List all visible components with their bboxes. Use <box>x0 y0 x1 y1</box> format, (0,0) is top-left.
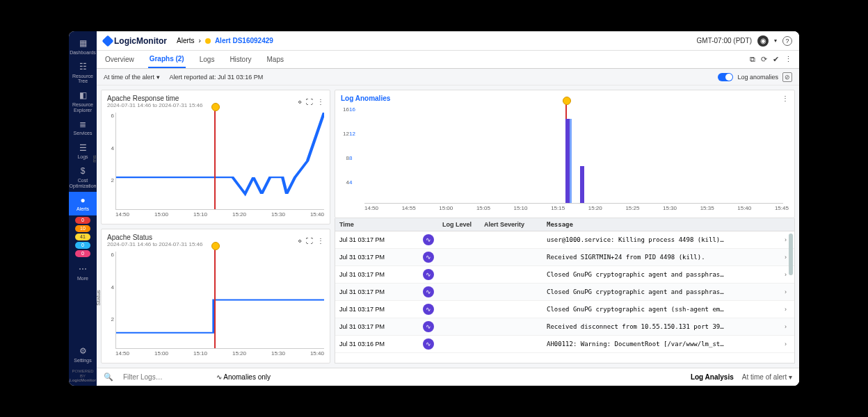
product-logo[interactable]: LogicMonitor <box>104 36 167 46</box>
table-header: Time Log Level Alert Severity Message <box>335 218 794 231</box>
tab-history[interactable]: History <box>228 51 252 67</box>
panel-title: Log Anomalies <box>341 95 390 102</box>
alert-pill-other[interactable]: 0 <box>75 250 90 257</box>
kebab-icon[interactable]: ⋮ <box>317 98 324 106</box>
sidebar-item-dashboards[interactable]: ▦Dashboards <box>69 35 97 59</box>
breadcrumb-root[interactable]: Alerts <box>177 37 195 44</box>
y-axis-secondary: 161284 <box>349 106 360 204</box>
alert-pill-info[interactable]: 0 <box>75 242 90 249</box>
bell-icon: ● <box>78 195 88 205</box>
expand-row-icon[interactable]: › <box>780 303 794 316</box>
table-row[interactable]: Jul 31 03:17 PM∿Closed GnuPG cryptograph… <box>335 284 794 301</box>
tab-maps[interactable]: Maps <box>266 51 285 67</box>
sidebar: ▦Dashboards ☷Resource Tree ◧Resource Exp… <box>69 31 97 386</box>
main: LogicMonitor Alerts › Alert DS16092429 G… <box>97 31 799 386</box>
log-anomalies-toggle[interactable] <box>718 73 733 81</box>
panel-title: Apache Response time <box>107 95 202 102</box>
cell-level <box>438 237 480 243</box>
table-row[interactable]: Jul 31 03:16 PM∿AH00112: Warning: Docume… <box>335 336 794 353</box>
search-icon: 🔍 <box>104 373 113 382</box>
chart-plot[interactable] <box>115 113 324 210</box>
cell-anomaly-icon: ∿ <box>419 249 438 265</box>
pulse-icon: ∿ <box>423 286 434 297</box>
link-icon[interactable]: ⧉ <box>750 55 755 64</box>
sidebar-item-alerts[interactable]: ●Alerts <box>69 192 97 215</box>
expand-icon[interactable]: ⛶ <box>306 237 313 245</box>
app-window: ▦Dashboards ☷Resource Tree ◧Resource Exp… <box>69 31 799 386</box>
scrollbar[interactable] <box>789 234 793 275</box>
log-analysis-link[interactable]: Log Analysis <box>691 373 734 381</box>
refresh-icon[interactable]: ⟳ <box>761 55 767 64</box>
ops-icon[interactable]: ⋄ <box>298 98 302 106</box>
tab-graphs[interactable]: Graphs (2) <box>148 51 186 68</box>
sidebar-item-cost[interactable]: $Cost Optimization <box>69 163 97 192</box>
alert-pill-critical[interactable]: 0 <box>75 217 90 224</box>
breadcrumb-alert[interactable]: Alert DS16092429 <box>215 37 273 44</box>
ops-icon[interactable]: ⋄ <box>298 237 302 245</box>
cell-severity <box>480 237 542 243</box>
cell-severity <box>480 272 542 277</box>
sidebar-item-more[interactable]: ⋯More <box>69 261 97 285</box>
tab-logs[interactable]: Logs <box>198 51 216 67</box>
x-axis: 14:5015:0015:1015:2015:3015:40 <box>115 211 324 221</box>
cell-anomaly-icon: ∿ <box>419 266 438 283</box>
table-row[interactable]: Jul 31 03:17 PM∿Received disconnect from… <box>335 318 794 336</box>
col-severity[interactable]: Alert Severity <box>480 218 542 231</box>
pulse-icon: ∿ <box>423 269 434 280</box>
dollar-icon: $ <box>78 167 88 177</box>
filter-logs-input[interactable] <box>123 373 207 381</box>
sidebar-item-resource-explorer[interactable]: ◧Resource Explorer <box>69 88 97 116</box>
pulse-icon: ∿ <box>423 252 434 263</box>
y-axis: 642 <box>103 252 114 349</box>
expand-icon[interactable]: ⛶ <box>306 98 313 106</box>
alert-reported-label: Alert reported at: Jul 31 03:16 PM <box>170 74 264 81</box>
help-icon[interactable]: ? <box>782 36 792 46</box>
chart-plot[interactable] <box>115 252 324 349</box>
cell-level <box>438 254 480 260</box>
expand-row-icon[interactable]: › <box>780 320 794 333</box>
pulse-icon: ∿ <box>423 304 434 315</box>
x-axis: 14:5014:5515:0015:0515:1015:1515:2015:25… <box>364 205 789 215</box>
table-row[interactable]: Jul 31 03:17 PM∿Closed GnuPG cryptograph… <box>335 301 794 318</box>
kebab-icon[interactable]: ⋮ <box>782 95 789 102</box>
user-avatar[interactable]: ◉ <box>757 35 769 47</box>
tab-bar: Overview Graphs (2) Logs History Maps ⧉ … <box>97 51 799 69</box>
bar <box>570 119 572 203</box>
time-scope-dropdown[interactable]: At time of alert ▾ <box>742 373 792 381</box>
kebab-icon[interactable]: ⋮ <box>317 237 324 245</box>
anomaly-filter-icon[interactable]: ⊘ <box>782 72 792 82</box>
kebab-icon[interactable]: ⋮ <box>785 55 792 64</box>
col-time[interactable]: Time <box>335 218 419 231</box>
sidebar-item-settings[interactable]: ⚙Settings <box>69 343 97 367</box>
cell-message: AH00112: Warning: DocumentRoot [/var/www… <box>542 338 780 350</box>
alert-pill-warn[interactable]: 41 <box>75 234 90 240</box>
time-mode-dropdown[interactable]: At time of the alert ▾ <box>104 74 160 81</box>
cell-level <box>438 306 480 312</box>
cell-anomaly-icon: ∿ <box>419 318 438 335</box>
sidebar-item-resource-tree[interactable]: ☷Resource Tree <box>69 59 97 88</box>
panel-log-anomalies: Log Anomalies ⋮ 161284 161284 <box>335 90 795 218</box>
sidebar-item-services[interactable]: ≣Services <box>69 116 97 140</box>
tab-overview[interactable]: Overview <box>104 51 136 67</box>
col-level[interactable]: Log Level <box>438 218 480 231</box>
chart-plot[interactable] <box>364 106 783 204</box>
panel-title: Apache Status <box>107 234 202 241</box>
table-row[interactable]: Jul 31 03:17 PM∿Closed GnuPG cryptograph… <box>335 266 794 284</box>
cell-message: Closed GnuPG cryptographic agent (ssh-ag… <box>542 303 780 316</box>
anomalies-only-toggle[interactable]: ∿ Anomalies only <box>216 373 271 381</box>
panel-range: 2024-07-31 14:46 to 2024-07-31 15:46 <box>107 102 202 108</box>
table-row[interactable]: Jul 31 03:17 PM∿Received SIGRTMIN+24 fro… <box>335 249 794 266</box>
check-icon[interactable]: ✔ <box>773 55 779 64</box>
cell-level <box>438 324 480 329</box>
cell-severity <box>480 341 542 347</box>
cell-time: Jul 31 03:17 PM <box>335 251 419 263</box>
cell-anomaly-icon: ∿ <box>419 231 438 248</box>
col-message[interactable]: Message <box>542 218 780 231</box>
table-row[interactable]: Jul 31 03:17 PM∿user@1000.service: Killi… <box>335 231 794 249</box>
alert-pill-error[interactable]: 10 <box>75 225 90 232</box>
chevron-down-icon[interactable]: ▾ <box>774 38 777 44</box>
y-axis: 642 <box>103 113 114 210</box>
cell-anomaly-icon: ∿ <box>419 336 438 352</box>
expand-row-icon[interactable]: › <box>780 286 794 298</box>
expand-row-icon[interactable]: › <box>780 338 794 350</box>
